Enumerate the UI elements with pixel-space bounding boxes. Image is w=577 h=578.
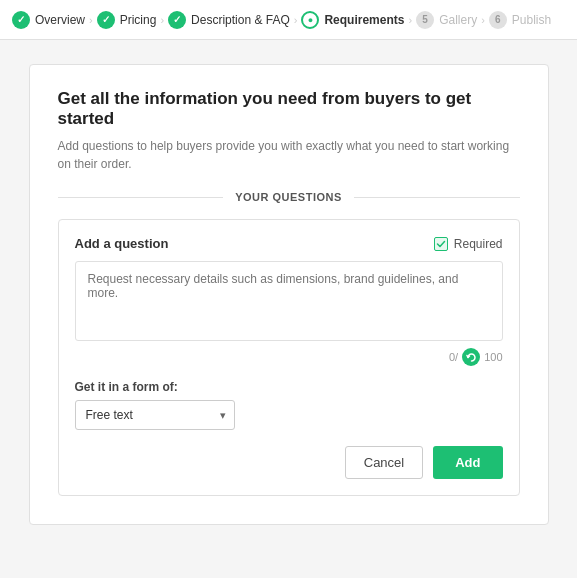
nav-step-description[interactable]: ✓ Description & FAQ xyxy=(168,11,290,29)
question-label: Add a question xyxy=(75,236,169,251)
chevron-icon-5: › xyxy=(481,14,485,26)
question-header: Add a question Required xyxy=(75,236,503,251)
step-label-description: Description & FAQ xyxy=(191,13,290,27)
step-icon-description: ✓ xyxy=(168,11,186,29)
form-type-select-wrapper: Free text Multiple choice Attachment ▾ xyxy=(75,400,235,430)
step-label-requirements: Requirements xyxy=(324,13,404,27)
page-title: Get all the information you need from bu… xyxy=(58,89,520,129)
chevron-icon-2: › xyxy=(160,14,164,26)
char-count: 0/ xyxy=(449,351,458,363)
chevron-icon-1: › xyxy=(89,14,93,26)
step-label-pricing: Pricing xyxy=(120,13,157,27)
check-icon xyxy=(436,239,446,249)
main-card: Get all the information you need from bu… xyxy=(29,64,549,525)
page-content: Get all the information you need from bu… xyxy=(0,40,577,578)
action-buttons: Cancel Add xyxy=(75,446,503,479)
nav-step-gallery[interactable]: 5 Gallery xyxy=(416,11,477,29)
chevron-icon-4: › xyxy=(408,14,412,26)
add-question-box: Add a question Required 0/ xyxy=(58,219,520,496)
divider-line-right xyxy=(354,197,520,198)
form-type-group: Get it in a form of: Free text Multiple … xyxy=(75,380,503,430)
add-button[interactable]: Add xyxy=(433,446,502,479)
cancel-button[interactable]: Cancel xyxy=(345,446,423,479)
page-subtitle: Add questions to help buyers provide you… xyxy=(58,137,520,173)
step-icon-pricing: ✓ xyxy=(97,11,115,29)
refresh-icon[interactable] xyxy=(462,348,480,366)
step-icon-publish: 6 xyxy=(489,11,507,29)
nav-step-publish[interactable]: 6 Publish xyxy=(489,11,551,29)
question-textarea[interactable] xyxy=(75,261,503,341)
section-divider: YOUR QUESTIONS xyxy=(58,191,520,203)
required-checkbox[interactable] xyxy=(434,237,448,251)
char-max: 100 xyxy=(484,351,502,363)
nav-step-requirements[interactable]: ● Requirements xyxy=(301,11,404,29)
textarea-footer: 0/ 100 xyxy=(75,348,503,366)
nav-step-overview[interactable]: ✓ Overview xyxy=(12,11,85,29)
step-icon-overview: ✓ xyxy=(12,11,30,29)
chevron-icon-3: › xyxy=(294,14,298,26)
required-label: Required xyxy=(454,237,503,251)
step-icon-gallery: 5 xyxy=(416,11,434,29)
step-label-overview: Overview xyxy=(35,13,85,27)
section-label: YOUR QUESTIONS xyxy=(223,191,354,203)
refresh-svg xyxy=(466,352,477,363)
form-type-label: Get it in a form of: xyxy=(75,380,503,394)
step-label-gallery: Gallery xyxy=(439,13,477,27)
wizard-nav: ✓ Overview › ✓ Pricing › ✓ Description &… xyxy=(0,0,577,40)
step-label-publish: Publish xyxy=(512,13,551,27)
nav-step-pricing[interactable]: ✓ Pricing xyxy=(97,11,157,29)
form-type-select[interactable]: Free text Multiple choice Attachment xyxy=(75,400,235,430)
divider-line-left xyxy=(58,197,224,198)
required-area: Required xyxy=(434,237,503,251)
step-icon-requirements: ● xyxy=(301,11,319,29)
